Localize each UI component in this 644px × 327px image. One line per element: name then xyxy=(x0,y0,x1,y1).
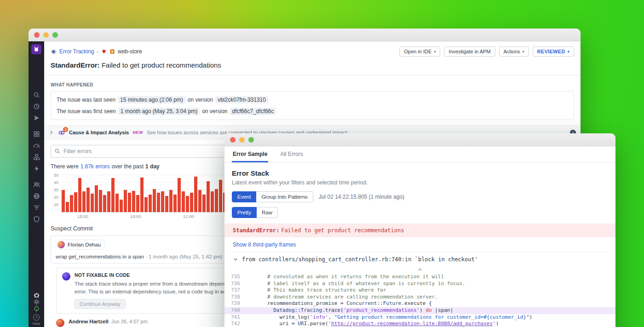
error-timeline-bars[interactable] xyxy=(62,174,249,212)
code-line: 739 recommendations_promise = Concurrent… xyxy=(224,300,615,307)
chart-bar xyxy=(186,196,189,212)
event-toggle-button[interactable]: Event xyxy=(232,191,256,202)
bits-icon[interactable] xyxy=(33,305,40,312)
actions-button[interactable]: Actions▾ xyxy=(499,46,529,57)
code-line: 738 # downstream services are calling re… xyxy=(224,294,615,301)
bolt-icon[interactable] xyxy=(33,165,40,172)
code-text: Datadog::Tracing.trace('product_recommen… xyxy=(243,307,453,314)
integrations-icon[interactable] xyxy=(33,154,40,161)
chart-bar xyxy=(74,192,77,212)
chart-bar xyxy=(95,185,98,212)
first-seen-version-chip: dfcf66c7_dfcf66c xyxy=(230,108,276,115)
tab-all-errors[interactable]: All Errors xyxy=(279,146,304,162)
show-third-party-frames-link[interactable]: Show 8 third-party frames xyxy=(232,237,608,252)
line-number: 736 xyxy=(224,281,243,287)
last-seen-version-chip: vbi2ck07fm-331310 xyxy=(215,96,268,103)
send-icon[interactable] xyxy=(33,115,40,121)
logs-icon[interactable] xyxy=(33,204,40,211)
help-button[interactable]: ? Help xyxy=(33,314,40,326)
continue-anyway-button[interactable]: Continue Anyway xyxy=(75,299,126,309)
chart-bar xyxy=(120,200,123,212)
settings-icon[interactable] xyxy=(33,298,40,305)
security-icon[interactable] xyxy=(33,216,40,223)
summary-prefix: There were xyxy=(51,163,79,170)
line-number: 738 xyxy=(224,294,243,301)
error-count-link[interactable]: 1.67k errors xyxy=(80,163,110,170)
commit-author-name: Florian Dehau xyxy=(68,242,101,247)
line-number: 735 xyxy=(224,274,243,281)
apm-icon[interactable] xyxy=(33,193,40,200)
front-titlebar[interactable] xyxy=(224,133,615,146)
bot-avatar xyxy=(62,272,70,281)
chart-y-axis: 1020304050 xyxy=(51,174,61,212)
breadcrumb-service[interactable]: web-store xyxy=(118,48,142,55)
commit-author-pill[interactable]: Florian Dehau xyxy=(56,240,105,250)
monitors-icon[interactable] xyxy=(33,142,40,149)
minimize-button[interactable] xyxy=(43,32,49,38)
raw-toggle-button[interactable]: Raw xyxy=(257,207,278,218)
y-tick-label: 10 xyxy=(54,202,58,207)
open-in-ide-button[interactable]: Open in IDE▾ xyxy=(399,46,440,57)
chart-bar xyxy=(128,193,131,212)
sidebar-icon-group xyxy=(33,179,40,225)
code-line: 735 # convoluted as when it returns from… xyxy=(224,274,615,281)
chart-bar xyxy=(103,195,106,212)
chart-plot-area[interactable] xyxy=(61,174,249,212)
breadcrumb: Error Tracking › web-store xyxy=(51,48,142,55)
chart-bar xyxy=(136,195,139,212)
error-timeline-chart[interactable]: 1020304050 15:0018:0021:00 xyxy=(51,174,249,219)
chart-bar xyxy=(157,193,160,212)
group-into-patterns-button[interactable]: Group Into Patterns xyxy=(256,191,313,202)
frame-location: from controllers/shopping_cart_controlle… xyxy=(242,256,478,263)
new-badge: NEW xyxy=(132,130,143,135)
history-icon[interactable] xyxy=(33,103,40,110)
chevron-right-icon xyxy=(49,130,54,135)
datadog-logo[interactable] xyxy=(31,44,41,54)
reviewed-status-button[interactable]: REVIEWED▾ xyxy=(533,46,574,57)
chart-bar xyxy=(82,191,86,212)
users-icon[interactable] xyxy=(33,181,40,188)
investigate-in-apm-button[interactable]: Investigate in APM xyxy=(444,46,495,57)
zoom-button[interactable] xyxy=(248,137,254,143)
traffic-lights xyxy=(230,137,254,143)
chart-x-axis: 15:0018:0021:00 xyxy=(61,212,249,219)
breadcrumb-error-tracking[interactable]: Error Tracking xyxy=(59,48,94,55)
chart-bar xyxy=(190,193,193,212)
chart-bar xyxy=(78,178,81,212)
sidebar-nav: ? Help xyxy=(29,41,44,327)
help-icon: ? xyxy=(33,314,40,321)
cause-impact-badge: 2 xyxy=(63,127,68,132)
y-tick-label: 50 xyxy=(54,173,58,178)
chart-bar xyxy=(198,190,201,212)
first-seen-mid: on version xyxy=(202,108,227,115)
help-label: Help xyxy=(33,321,40,326)
last-seen-prefix: The issue was last seen xyxy=(57,97,115,103)
error-tracking-icon[interactable] xyxy=(33,292,40,298)
dashboards-icon[interactable] xyxy=(33,131,40,138)
chart-bar xyxy=(140,178,144,212)
tab-error-sample[interactable]: Error Sample xyxy=(232,146,268,162)
summary-mid: over the past xyxy=(112,163,144,170)
back-titlebar[interactable] xyxy=(29,29,581,41)
chart-bar xyxy=(144,197,148,212)
close-button[interactable] xyxy=(34,32,40,38)
line-number: 737 xyxy=(224,287,243,294)
close-button[interactable] xyxy=(230,137,236,143)
line-number: 740 xyxy=(224,307,243,314)
stack-frame-header[interactable]: from controllers/shopping_cart_controlle… xyxy=(232,252,608,267)
code-url-link[interactable]: http://product-recommendation-lite:8080/… xyxy=(331,321,493,327)
cause-impact-title: Cause & Impact Analysis xyxy=(69,130,129,135)
y-tick-label: 40 xyxy=(54,180,58,185)
minimize-button[interactable] xyxy=(239,137,245,143)
zoom-button[interactable] xyxy=(52,32,58,38)
search-icon[interactable] xyxy=(33,92,40,98)
chart-bar xyxy=(165,196,168,212)
collapse-code-button[interactable] xyxy=(232,267,608,273)
event-timestamp: Jul 02 14:22:15.805 (1 minute ago) xyxy=(319,194,404,200)
x-tick-label: 21:00 xyxy=(183,214,194,219)
pretty-toggle-button[interactable]: Pretty xyxy=(232,207,257,218)
issue-last-seen-row: The issue was last seen 15 minutes ago (… xyxy=(57,96,568,103)
sidebar-icon-group xyxy=(33,128,40,174)
commit-message-link[interactable]: wrap get_recommendations in a span xyxy=(56,254,144,259)
chart-bar xyxy=(115,194,119,212)
